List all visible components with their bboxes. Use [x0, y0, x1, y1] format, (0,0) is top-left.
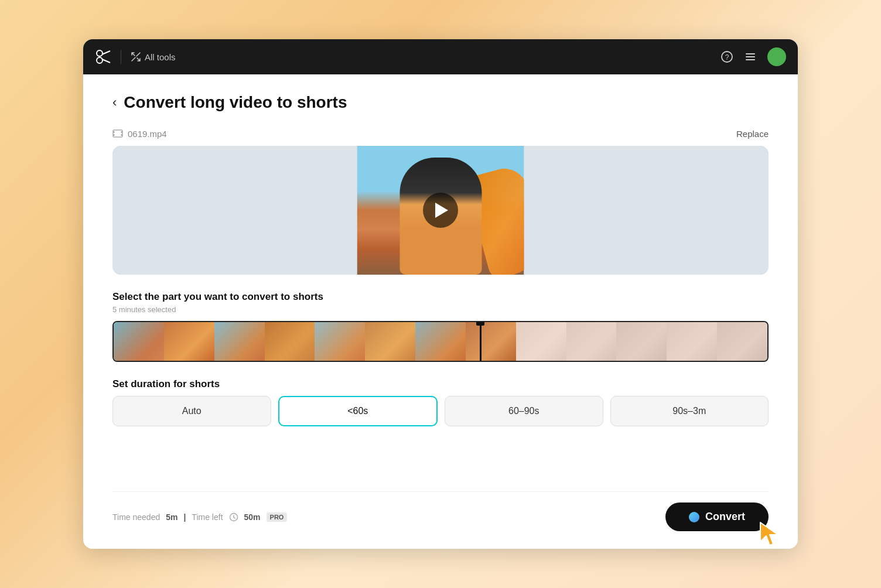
pro-label: PRO: [270, 514, 284, 521]
timeline-frame: [415, 322, 466, 361]
main-content: ‹ Convert long video to shorts 0619.mp4 …: [83, 74, 798, 549]
timeline-frame: [466, 322, 516, 361]
timeline-frame: [616, 322, 667, 361]
all-tools-label: All tools: [145, 52, 176, 62]
timeline-frame: [164, 322, 214, 361]
page-title: Convert long video to shorts: [124, 93, 347, 112]
selection-sub: 5 minutes selected: [112, 305, 769, 314]
duration-buttons: Auto <60s 60–90s 90s–3m: [112, 396, 769, 426]
topnav: All tools ?: [83, 39, 798, 74]
avatar[interactable]: [767, 47, 786, 66]
time-left-value: 50m: [244, 512, 261, 522]
film-icon: [112, 128, 123, 139]
timeline-frame: [365, 322, 415, 361]
svg-rect-9: [746, 56, 755, 57]
replace-button[interactable]: Replace: [736, 129, 769, 139]
duration-60s-btn[interactable]: <60s: [278, 396, 438, 426]
svg-line-5: [136, 53, 140, 56]
duration-section: Set duration for shorts Auto <60s 60–90s…: [112, 378, 769, 426]
timeline-frame: [516, 322, 566, 361]
svg-rect-8: [746, 53, 755, 54]
selection-section: Select the part you want to convert to s…: [112, 291, 769, 321]
svg-line-3: [102, 59, 110, 63]
timeline-frame: [717, 322, 767, 361]
svg-rect-10: [746, 59, 755, 60]
all-tools-nav[interactable]: All tools: [131, 52, 176, 62]
timeline-frame: [214, 322, 265, 361]
svg-line-18: [234, 517, 235, 518]
clock-icon: [229, 512, 238, 522]
convert-button[interactable]: Convert: [665, 502, 769, 531]
svg-text:?: ?: [725, 53, 729, 61]
nav-divider: [121, 50, 121, 64]
nav-right-icons: ?: [720, 47, 786, 66]
convert-label: Convert: [705, 511, 745, 523]
bottom-bar: Time needed 5m | Time left 50m PRO Conve…: [112, 491, 769, 531]
timeline-frames: [114, 322, 767, 361]
video-bg-left: [112, 146, 362, 275]
time-needed-value: 5m: [166, 512, 177, 522]
play-button[interactable]: [423, 193, 458, 228]
convert-btn-dot: [689, 512, 699, 522]
timeline-frame: [114, 322, 164, 361]
menu-icon[interactable]: [744, 50, 757, 63]
cursor-arrow: [756, 519, 785, 549]
timeline-strip[interactable]: [112, 321, 769, 362]
svg-marker-19: [760, 522, 778, 545]
timeline-container[interactable]: [112, 321, 769, 362]
svg-rect-13: [113, 134, 115, 136]
duration-90s-3m-btn[interactable]: 90s–3m: [610, 396, 769, 426]
back-button[interactable]: ‹: [112, 96, 117, 109]
svg-rect-11: [113, 130, 122, 137]
svg-rect-15: [121, 134, 123, 136]
svg-rect-14: [121, 131, 123, 133]
svg-point-1: [97, 57, 103, 63]
svg-rect-12: [113, 131, 115, 133]
timeline-frame: [566, 322, 617, 361]
svg-line-4: [132, 57, 135, 61]
file-info-row: 0619.mp4 Replace: [112, 128, 769, 139]
timeline-frame: [315, 322, 365, 361]
stats-divider: |: [183, 512, 186, 522]
selection-label: Select the part you want to convert to s…: [112, 291, 769, 303]
pro-badge: PRO: [267, 512, 288, 522]
file-name-text: 0619.mp4: [128, 129, 167, 139]
video-bg-right: [519, 146, 769, 275]
duration-label: Set duration for shorts: [112, 378, 769, 390]
timeline-scrubber[interactable]: [480, 321, 482, 362]
timeline-frame: [265, 322, 315, 361]
page-header: ‹ Convert long video to shorts: [112, 93, 769, 112]
time-left-label: Time left: [192, 512, 223, 522]
video-preview: [112, 146, 769, 275]
duration-auto-btn[interactable]: Auto: [112, 396, 271, 426]
file-name-display: 0619.mp4: [112, 128, 167, 139]
bottom-stats: Time needed 5m | Time left 50m PRO: [112, 512, 287, 522]
svg-line-2: [102, 51, 110, 54]
duration-60-90s-btn[interactable]: 60–90s: [445, 396, 603, 426]
svg-point-0: [97, 50, 103, 56]
app-logo[interactable]: [95, 49, 111, 65]
help-icon[interactable]: ?: [720, 50, 733, 63]
timeline-frame: [667, 322, 717, 361]
time-needed-label: Time needed: [112, 512, 160, 522]
